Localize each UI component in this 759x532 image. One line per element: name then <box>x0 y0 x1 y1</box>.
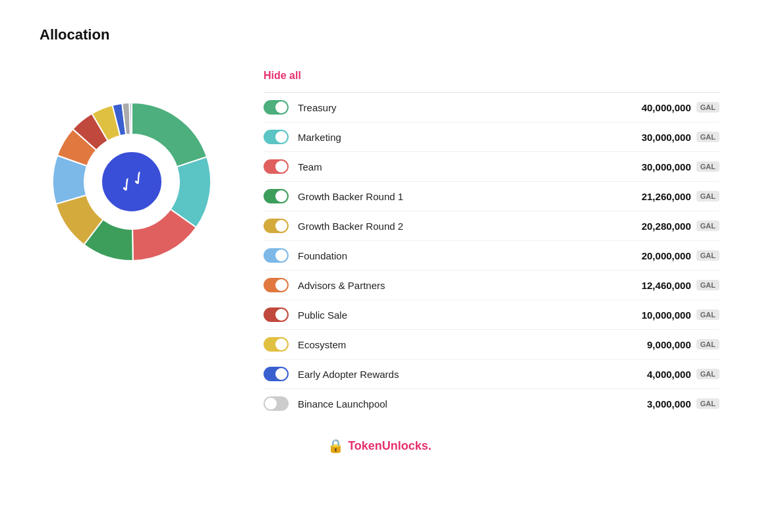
toggle-switch[interactable] <box>264 396 289 411</box>
list-item: Treasury40,000,000GAL <box>264 93 719 122</box>
item-badge: GAL <box>696 280 719 290</box>
page-title: Allocation <box>40 26 719 43</box>
chart-center-logo: ✓✓ <box>99 149 165 215</box>
toggle-switch[interactable] <box>264 100 289 115</box>
toggle-switch[interactable] <box>264 367 289 381</box>
list-item: Public Sale10,000,000GAL <box>264 300 719 330</box>
item-name: Binance Launchpool <box>298 398 619 410</box>
list-item: Advisors & Partners12,460,000GAL <box>264 271 719 300</box>
legend-area: Hide all Treasury40,000,000GALMarketing3… <box>264 70 719 418</box>
toggle-switch[interactable] <box>264 219 289 233</box>
item-badge: GAL <box>696 132 719 142</box>
chart-icon: ✓✓ <box>115 166 148 198</box>
item-value: 10,000,000 <box>619 309 691 321</box>
item-badge: GAL <box>696 161 719 172</box>
item-badge: GAL <box>696 250 719 261</box>
item-value: 20,000,000 <box>619 250 691 261</box>
item-badge: GAL <box>696 309 719 320</box>
item-badge: GAL <box>696 221 719 231</box>
list-item: Ecosystem9,000,000GAL <box>264 330 719 359</box>
item-badge: GAL <box>696 102 719 113</box>
item-name: Marketing <box>298 132 619 143</box>
toggle-switch[interactable] <box>264 337 289 352</box>
item-value: 3,000,000 <box>619 398 691 410</box>
toggle-switch[interactable] <box>264 307 289 322</box>
item-badge: GAL <box>696 191 719 201</box>
item-name: Growth Backer Round 2 <box>298 221 619 232</box>
allocation-list: Treasury40,000,000GALMarketing30,000,000… <box>264 93 719 418</box>
item-name: Public Sale <box>298 309 619 321</box>
item-value: 21,260,000 <box>619 191 691 202</box>
item-value: 4,000,000 <box>619 369 691 380</box>
item-value: 9,000,000 <box>619 339 691 350</box>
item-badge: GAL <box>696 398 719 409</box>
item-value: 30,000,000 <box>619 132 691 143</box>
chart-area: ✓✓ <box>40 96 224 267</box>
hide-all-button[interactable]: Hide all <box>264 70 301 82</box>
item-value: 40,000,000 <box>619 102 691 113</box>
item-name: Early Adopter Rewards <box>298 369 619 380</box>
item-name: Foundation <box>298 250 619 261</box>
list-item: Foundation20,000,000GAL <box>264 241 719 271</box>
item-badge: GAL <box>696 369 719 379</box>
item-value: 30,000,000 <box>619 161 691 173</box>
footer-lock-icon: 🔒 <box>327 438 344 454</box>
list-item: Binance Launchpool3,000,000GAL <box>264 389 719 418</box>
donut-chart: ✓✓ <box>46 96 217 267</box>
list-item: Early Adopter Rewards4,000,000GAL <box>264 359 719 389</box>
list-item: Marketing30,000,000GAL <box>264 122 719 152</box>
item-badge: GAL <box>696 339 719 350</box>
item-name: Team <box>298 161 619 173</box>
footer-text: TokenUnlocks. <box>348 439 432 453</box>
list-item: Team30,000,000GAL <box>264 152 719 182</box>
list-item: Growth Backer Round 121,260,000GAL <box>264 182 719 211</box>
item-name: Treasury <box>298 102 619 113</box>
toggle-switch[interactable] <box>264 159 289 174</box>
toggle-switch[interactable] <box>264 189 289 203</box>
item-value: 20,280,000 <box>619 221 691 232</box>
toggle-switch[interactable] <box>264 278 289 292</box>
toggle-switch[interactable] <box>264 130 289 144</box>
item-value: 12,460,000 <box>619 280 691 291</box>
item-name: Ecosystem <box>298 339 619 350</box>
list-item: Growth Backer Round 220,280,000GAL <box>264 211 719 241</box>
footer: 🔒 TokenUnlocks. <box>40 438 719 454</box>
item-name: Advisors & Partners <box>298 280 619 291</box>
main-content: ✓✓ Hide all Treasury40,000,000GALMarketi… <box>40 70 719 418</box>
toggle-switch[interactable] <box>264 248 289 263</box>
item-name: Growth Backer Round 1 <box>298 191 619 202</box>
